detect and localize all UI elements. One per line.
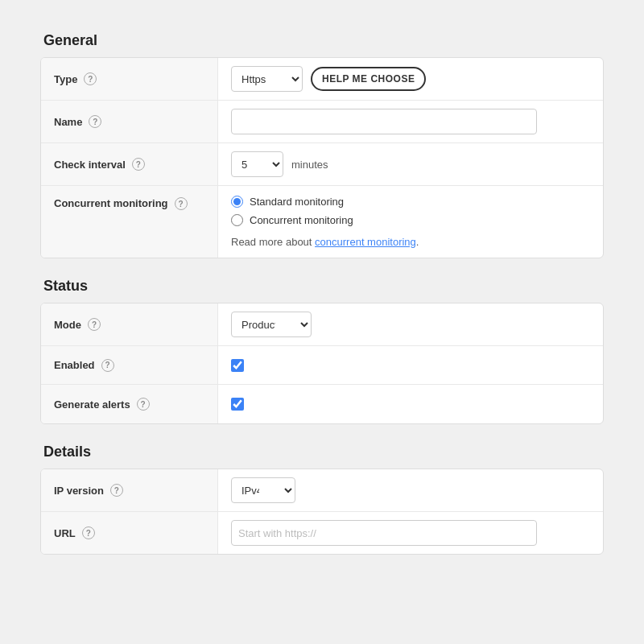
type-value-cell: Https Http Ping DNS TCP HELP ME CHOOSE (218, 58, 603, 100)
mode-help-icon[interactable]: ? (88, 318, 101, 331)
standard-monitoring-label: Standard monitoring (250, 196, 344, 208)
concurrent-monitoring-label: Concurrent monitoring (54, 197, 168, 209)
generate-alerts-row: Generate alerts ? (41, 385, 603, 423)
concurrent-monitoring-option[interactable]: Concurrent monitoring (231, 214, 419, 226)
enabled-row: Enabled ? (41, 346, 603, 385)
enabled-label-cell: Enabled ? (41, 346, 218, 384)
mode-row: Mode ? Production Development Maintenanc… (41, 303, 603, 346)
mode-label: Mode (54, 319, 81, 331)
help-me-choose-button[interactable]: HELP ME CHOOSE (311, 67, 426, 91)
concurrent-monitoring-help-icon[interactable]: ? (175, 197, 188, 210)
url-label: URL (54, 527, 76, 539)
check-interval-label-cell: Check interval ? (41, 143, 218, 185)
name-value-cell (218, 101, 603, 142)
concurrent-monitoring-label-cell: Concurrent monitoring ? (41, 186, 218, 258)
concurrent-monitoring-radio[interactable] (231, 214, 243, 226)
ip-version-label: IP version (54, 485, 104, 497)
type-select[interactable]: Https Http Ping DNS TCP (231, 66, 303, 92)
general-section: General Type ? Https Http Ping DNS TCP H… (40, 32, 604, 258)
name-help-icon[interactable]: ? (89, 115, 101, 128)
monitoring-note-suffix: . (416, 236, 419, 248)
enabled-label: Enabled (54, 359, 95, 371)
status-card: Mode ? Production Development Maintenanc… (40, 303, 604, 424)
ip-version-label-cell: IP version ? (41, 469, 218, 511)
check-interval-label: Check interval (54, 159, 126, 171)
generate-alerts-help-icon[interactable]: ? (137, 398, 150, 411)
general-card: Type ? Https Http Ping DNS TCP HELP ME C… (40, 57, 604, 258)
type-row: Type ? Https Http Ping DNS TCP HELP ME C… (41, 58, 603, 101)
standard-monitoring-option[interactable]: Standard monitoring (231, 196, 419, 208)
url-help-icon[interactable]: ? (82, 526, 95, 539)
url-value-cell (218, 512, 603, 554)
general-title: General (40, 32, 604, 49)
details-section: Details IP version ? IPv4 IPv6 Any (40, 444, 604, 555)
minutes-label: minutes (291, 159, 328, 171)
mode-value-cell: Production Development Maintenance (218, 303, 603, 345)
enabled-checkbox[interactable] (231, 359, 244, 372)
generate-alerts-value-cell (218, 390, 603, 419)
enabled-value-cell (218, 351, 603, 380)
details-card: IP version ? IPv4 IPv6 Any URL ? (40, 469, 604, 555)
concurrent-monitoring-link[interactable]: concurrent monitoring (315, 236, 416, 248)
name-row: Name ? (41, 101, 603, 143)
ip-version-value-cell: IPv4 IPv6 Any (218, 469, 603, 511)
monitoring-note-text: Read more about (231, 236, 315, 248)
monitoring-options: Standard monitoring Concurrent monitorin… (218, 186, 431, 258)
concurrent-monitoring-option-label: Concurrent monitoring (250, 214, 353, 226)
url-row: URL ? (41, 512, 603, 554)
ip-version-select[interactable]: IPv4 IPv6 Any (231, 477, 295, 503)
page-wrapper: General Type ? Https Http Ping DNS TCP H… (16, 16, 628, 590)
check-interval-value-cell: 1 2 5 10 15 30 60 minutes (218, 143, 603, 185)
check-interval-help-icon[interactable]: ? (132, 158, 145, 171)
mode-select[interactable]: Production Development Maintenance (231, 312, 312, 337)
url-label-cell: URL ? (41, 512, 218, 554)
name-label: Name (54, 116, 82, 128)
ip-version-help-icon[interactable]: ? (110, 484, 123, 497)
status-title: Status (40, 278, 604, 295)
type-label-cell: Type ? (41, 58, 218, 100)
status-section: Status Mode ? Production Development Mai… (40, 278, 604, 424)
type-label: Type (54, 73, 77, 85)
standard-monitoring-radio[interactable] (231, 196, 243, 208)
type-help-icon[interactable]: ? (84, 72, 97, 85)
name-input[interactable] (231, 109, 537, 134)
enabled-help-icon[interactable]: ? (101, 359, 114, 372)
generate-alerts-label-cell: Generate alerts ? (41, 385, 218, 423)
concurrent-monitoring-row: Concurrent monitoring ? Standard monitor… (41, 186, 603, 258)
check-interval-row: Check interval ? 1 2 5 10 15 30 60 minut… (41, 143, 603, 186)
generate-alerts-label: Generate alerts (54, 398, 130, 411)
details-title: Details (40, 444, 604, 460)
name-label-cell: Name ? (41, 101, 218, 142)
monitoring-note: Read more about concurrent monitoring. (231, 236, 419, 248)
ip-version-row: IP version ? IPv4 IPv6 Any (41, 469, 603, 512)
generate-alerts-checkbox[interactable] (231, 398, 244, 411)
url-input[interactable] (231, 520, 537, 546)
mode-label-cell: Mode ? (41, 303, 218, 345)
check-interval-select[interactable]: 1 2 5 10 15 30 60 (231, 151, 283, 177)
